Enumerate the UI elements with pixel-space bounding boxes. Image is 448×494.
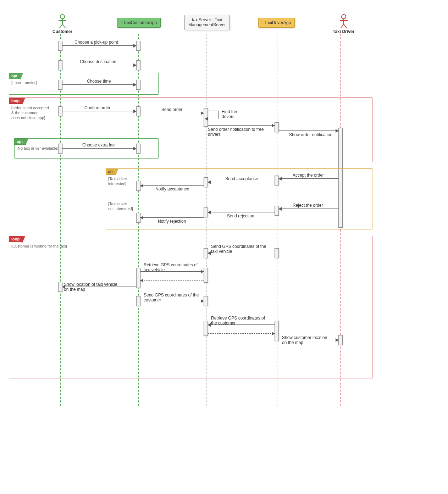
activation-bar: [58, 41, 62, 51]
message-arrow: [208, 212, 275, 212]
activation-bar: [204, 268, 208, 283]
activation-bar: [136, 268, 140, 288]
message-arrow: [279, 178, 338, 179]
fragment-guard: [Taxi driver interested]: [108, 177, 127, 187]
fragment-tag: loop: [9, 98, 23, 104]
return-arrow: [208, 333, 275, 334]
activation-bar: [136, 296, 140, 306]
activation-bar: [204, 296, 208, 306]
message-label: Send order notification to free drivers: [208, 127, 264, 137]
participant-label: taxiServer : Taxi ManagementServer: [184, 15, 229, 30]
activation-bar: [136, 106, 140, 116]
message-label: Send rejection: [227, 213, 254, 218]
activation-bar: [136, 41, 140, 51]
activation-bar: [58, 60, 62, 70]
fragment-tag: opt: [14, 138, 26, 145]
message-label: Reject the order: [293, 203, 323, 208]
activation-bar: [275, 122, 279, 132]
svg-point-5: [342, 15, 346, 19]
svg-line-4: [62, 24, 66, 28]
message-label: Retrieve GPS coordinates of the customer: [211, 316, 265, 326]
alt-divider: [106, 199, 372, 199]
message-arrow: [62, 65, 136, 65]
participant-driver: Taxi Driver: [333, 14, 354, 34]
participant-server: taxiServer : Taxi ManagementServer: [184, 15, 229, 30]
message-label: Send order: [161, 107, 182, 112]
participant-customer: Customer: [52, 14, 72, 34]
fragment-guard: [No taxi driver available]: [17, 146, 58, 151]
message-label: Show customer location on the map: [282, 335, 327, 345]
message-label: Find free drivers: [222, 109, 238, 120]
message-label: Send GPS coordinates of the taxi vehicle: [211, 244, 266, 254]
message-arrow: [208, 125, 275, 126]
message-arrow: [208, 182, 275, 182]
participant-label: : TaxiCustomerApp: [117, 18, 161, 28]
message-label: Show order notification: [289, 132, 332, 137]
fragment-tag: opt: [9, 73, 21, 79]
activation-bar: [275, 321, 279, 341]
actor-icon: [57, 14, 68, 28]
sequence-diagram: Customer : TaxiCustomerApp taxiServer : …: [7, 7, 376, 411]
return-arrow: [140, 280, 204, 281]
activation-bar: [136, 144, 140, 154]
fragment-tag: alt: [106, 168, 116, 175]
message-arrow: [279, 209, 338, 209]
message-label: Notify rejection: [158, 219, 186, 224]
activation-bar: [338, 335, 343, 345]
message-label: Choose destination: [80, 59, 116, 64]
message-label: Accept the order: [293, 173, 324, 178]
participant-label: Taxi Driver: [333, 29, 354, 34]
activation-bar: [58, 106, 62, 116]
participant-driver-app: : TaxiDriverApp: [258, 18, 295, 28]
fragment-guard: [Taxi driver not interested]: [108, 201, 133, 211]
self-message: [208, 111, 219, 119]
message-label: Notify acceptance: [155, 187, 189, 192]
activation-bar: [58, 80, 62, 90]
message-label: Choose time: [87, 79, 111, 84]
message-label: Choose extra fee: [82, 143, 115, 148]
svg-point-0: [60, 15, 65, 19]
message-arrow: [62, 84, 136, 85]
message-arrow: [62, 45, 136, 46]
message-label: Send GPS coordinates of the customer: [144, 293, 199, 303]
fragment-guard: [order is not accepted & the customer do…: [11, 106, 49, 120]
activation-bar: [58, 144, 62, 154]
fragment-loop: loop [Customer is waiting for the taxi]: [9, 236, 372, 378]
activation-bar: [136, 60, 140, 70]
svg-line-3: [59, 24, 62, 28]
svg-line-9: [344, 24, 347, 28]
message-arrow: [62, 148, 136, 149]
fragment-guard: [Later transfer]: [11, 81, 37, 85]
message-arrow: [62, 111, 136, 111]
participant-label: Customer: [52, 29, 72, 34]
participant-label: : TaxiDriverApp: [258, 18, 295, 28]
message-arrow: [140, 185, 204, 186]
activation-bar: [275, 248, 279, 258]
activation-bar: [136, 80, 140, 90]
message-arrow: [140, 113, 204, 113]
fragment-guard: [Customer is waiting for the taxi]: [11, 244, 67, 249]
message-label: Show location of taxi vehicle on the map: [64, 282, 117, 292]
actor-icon: [338, 14, 349, 28]
participant-customer-app: : TaxiCustomerApp: [117, 18, 161, 28]
svg-line-8: [341, 24, 344, 28]
message-label: Choose a pick-up point: [74, 40, 118, 45]
message-arrow: [279, 131, 338, 131]
message-label: Send acceptance: [225, 176, 258, 181]
message-arrow: [140, 217, 204, 218]
message-label: Confirm order: [84, 105, 110, 110]
message-label: Retrieve GPS coordinates of taxi vehicle: [144, 262, 198, 273]
fragment-tag: loop: [9, 236, 23, 242]
